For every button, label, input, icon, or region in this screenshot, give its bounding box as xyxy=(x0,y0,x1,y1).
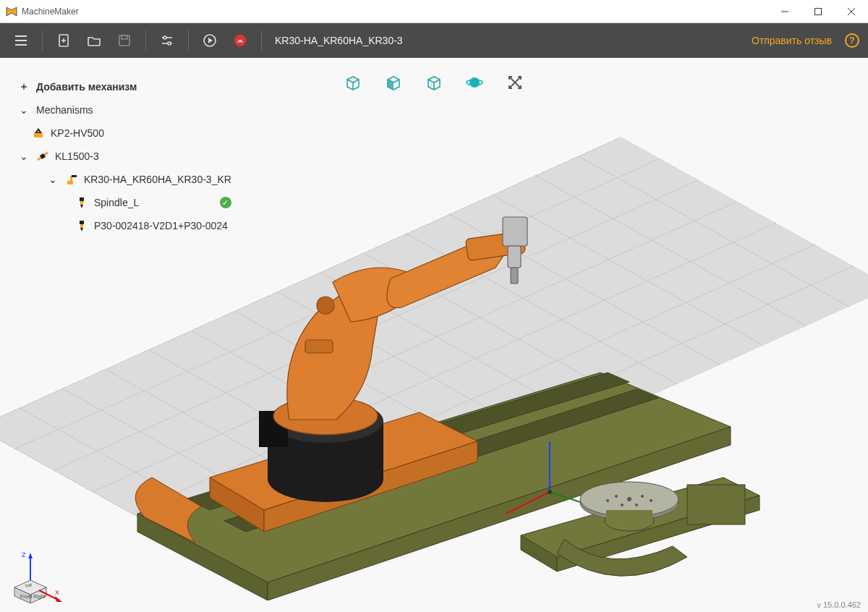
svg-rect-46 xyxy=(687,485,745,524)
maximize-button[interactable] xyxy=(801,0,835,23)
svg-rect-69 xyxy=(34,133,43,137)
separator xyxy=(145,30,146,51)
svg-marker-0 xyxy=(7,7,17,16)
svg-point-14 xyxy=(163,36,166,39)
tool-icon xyxy=(75,196,88,209)
status-ok-icon: ✓ xyxy=(220,197,231,208)
tree-item-label: KR30-HA_KR60HA_KR30-3_KR xyxy=(84,174,231,185)
add-mechanism-label: Добавить механизм xyxy=(36,81,137,93)
add-mechanism-button[interactable]: ＋ Добавить механизм xyxy=(17,75,239,98)
svg-point-49 xyxy=(627,497,631,501)
app-icon xyxy=(6,6,17,17)
app-title: MachineMaker xyxy=(22,7,79,17)
tree-item-label: KL1500-3 xyxy=(55,150,99,162)
svg-point-54 xyxy=(606,499,609,502)
view-shaded-button[interactable] xyxy=(383,72,404,93)
svg-rect-81 xyxy=(80,224,83,228)
svg-rect-77 xyxy=(80,197,84,201)
document-title: KR30-HA_KR60HA_KR30-3 xyxy=(275,35,403,46)
view-fit-button[interactable] xyxy=(505,72,525,93)
plus-icon: ＋ xyxy=(17,80,30,93)
svg-marker-87 xyxy=(28,553,33,558)
svg-point-50 xyxy=(615,495,618,498)
tree-item-label: P30-002418-V2D1+P30-0024 xyxy=(94,220,228,231)
svg-point-71 xyxy=(38,131,40,133)
svg-marker-79 xyxy=(80,205,83,208)
view-orbit-button[interactable] xyxy=(464,72,485,93)
tree-item-label: Spindle_L xyxy=(94,197,139,208)
axis-x-label: X xyxy=(55,589,59,596)
viewport-toolbar xyxy=(343,72,525,93)
view-wireframe-button[interactable] xyxy=(343,72,363,93)
robot-icon xyxy=(65,173,78,186)
separator xyxy=(188,30,189,51)
svg-rect-80 xyxy=(80,221,84,224)
tree-item-kl1500[interactable]: ⌄ KL1500-3 xyxy=(17,145,239,168)
close-button[interactable] xyxy=(835,0,868,23)
chevron-down-icon[interactable]: ⌄ xyxy=(17,103,30,116)
version-label: v 15.0.0.462 xyxy=(817,600,861,609)
chevron-down-icon[interactable]: ⌄ xyxy=(17,150,30,163)
tool-icon xyxy=(75,219,88,232)
svg-point-65 xyxy=(469,77,480,88)
tree-item-spindle[interactable]: Spindle_L ✓ xyxy=(17,191,239,214)
tree-item-p30[interactable]: P30-002418-V2D1+P30-0024 xyxy=(17,214,239,237)
chevron-down-icon[interactable]: ⌄ xyxy=(46,173,59,186)
tree-item-label: KP2-HV500 xyxy=(51,127,104,139)
main-toolbar: KR30-HA_KR60HA_KR30-3 Отправить отзыв ? xyxy=(0,23,868,58)
open-file-button[interactable] xyxy=(82,28,106,53)
view-hidden-button[interactable] xyxy=(424,72,444,93)
svg-point-52 xyxy=(621,503,624,506)
svg-point-37 xyxy=(317,297,334,314)
save-button[interactable] xyxy=(112,28,137,53)
svg-marker-89 xyxy=(55,596,62,602)
axis-widget[interactable]: Front Right Top Z X xyxy=(7,545,65,603)
svg-line-64 xyxy=(428,84,434,87)
tree-root-label: Mechanisms xyxy=(36,104,93,116)
svg-marker-82 xyxy=(80,228,83,231)
tree-item-kr30[interactable]: ⌄ KR30-HA_KR60HA_KR30-3_KR xyxy=(17,168,239,191)
svg-marker-18 xyxy=(208,38,213,43)
separator xyxy=(261,30,262,51)
new-file-button[interactable] xyxy=(51,28,76,53)
positioner-icon xyxy=(32,127,45,140)
robot-body xyxy=(273,217,527,435)
feedback-link[interactable]: Отправить отзыв xyxy=(752,35,832,46)
axis-right-label: Right xyxy=(33,594,45,600)
help-button[interactable]: ? xyxy=(845,33,859,48)
svg-rect-34 xyxy=(503,217,527,246)
separator xyxy=(42,30,43,51)
svg-rect-78 xyxy=(80,201,83,205)
svg-point-16 xyxy=(168,42,171,45)
main-area: ＋ Добавить механизм ⌄ Mechanisms KP2-HV5… xyxy=(0,58,868,612)
axis-front-label: Front xyxy=(20,594,32,599)
tree-root[interactable]: ⌄ Mechanisms xyxy=(17,98,239,122)
run-button[interactable] xyxy=(197,28,222,53)
minimize-button[interactable] xyxy=(768,0,801,23)
svg-rect-2 xyxy=(815,8,822,14)
mechanism-tree: ＋ Добавить механизм ⌄ Mechanisms KP2-HV5… xyxy=(17,75,239,237)
titlebar-left: MachineMaker xyxy=(0,6,79,17)
tree-item-kp2[interactable]: KP2-HV500 xyxy=(17,122,239,145)
svg-rect-57 xyxy=(606,510,652,524)
window-controls xyxy=(768,0,868,23)
settings-button[interactable] xyxy=(155,28,179,53)
svg-rect-38 xyxy=(305,340,333,353)
menu-button[interactable] xyxy=(9,28,33,53)
svg-point-55 xyxy=(650,499,652,502)
svg-point-51 xyxy=(641,495,644,498)
svg-point-42 xyxy=(548,490,552,494)
axis-z-label: Z xyxy=(22,551,26,558)
svg-rect-76 xyxy=(72,175,77,177)
svg-rect-35 xyxy=(508,246,521,268)
svg-point-53 xyxy=(635,503,638,506)
titlebar: MachineMaker xyxy=(0,0,868,23)
svg-rect-36 xyxy=(511,268,518,284)
rail-icon xyxy=(36,150,49,163)
svg-rect-11 xyxy=(119,35,129,46)
brand-icon[interactable] xyxy=(228,28,252,53)
